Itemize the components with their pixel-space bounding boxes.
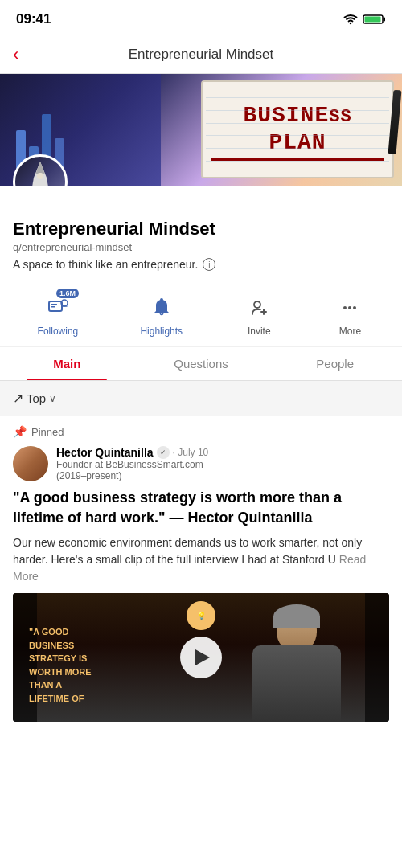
invite-label: Invite <box>248 326 271 337</box>
post-body: Our new economic environment demands us … <box>13 534 389 585</box>
following-icon-container: 1.6M <box>43 293 72 322</box>
description-text: A space to think like an entrepreneur. <box>13 258 198 271</box>
hero-banner: BUSINESSPLAN <box>0 74 402 186</box>
svg-point-13 <box>160 298 163 301</box>
video-thumbnail[interactable]: 💡 "A GOODBUSINESSSTRATEGY ISWORTH MORETH… <box>13 593 389 722</box>
profile-description: A space to think like an entrepreneur. i <box>13 258 389 271</box>
pinned-label: 📌 Pinned <box>0 416 402 443</box>
profile-name: Entrepreneurial Mindset <box>13 219 389 240</box>
more-icon-container <box>335 293 364 322</box>
invite-icon <box>248 297 270 319</box>
follower-count-badge: 1.6M <box>56 289 79 298</box>
pin-icon: 📌 <box>13 425 27 438</box>
play-triangle-icon <box>195 649 210 665</box>
svg-rect-10 <box>51 304 57 305</box>
author-title: Founder at BeBusinessSmart.com <box>56 459 389 470</box>
post-quote: "A good business strategy is worth more … <box>13 488 389 528</box>
back-button[interactable]: ‹ <box>13 41 25 68</box>
page-title: Entrepreneurial Mindset <box>129 47 273 63</box>
notebook-lines <box>203 82 392 177</box>
profile-handle: q/entrepreneurial-mindset <box>13 241 389 253</box>
profile-info: Entrepreneurial Mindset q/entrepreneuria… <box>0 186 402 280</box>
author-title-2: (2019–present) <box>56 470 389 481</box>
tab-questions-label: Questions <box>174 357 228 371</box>
post-body-text: Our new economic environment demands us … <box>13 536 362 566</box>
svg-point-17 <box>343 306 347 309</box>
author-name[interactable]: Hector Quintanilla <box>56 446 154 459</box>
more-button[interactable]: More <box>326 290 374 340</box>
following-icon <box>47 297 69 319</box>
svg-rect-11 <box>51 306 55 308</box>
author-avatar[interactable] <box>13 446 48 481</box>
more-label: More <box>339 326 361 337</box>
video-text-overlay: "A GOODBUSINESSSTRATEGY ISWORTH MORETHAN… <box>29 625 92 705</box>
sort-chevron-icon: ∨ <box>49 393 56 404</box>
highlights-icon-container <box>147 293 176 322</box>
author-info: Hector Quintanilla ✓ · July 10 Founder a… <box>56 446 389 481</box>
status-bar: 09:41 <box>0 0 402 35</box>
video-right-bar <box>365 593 389 722</box>
business-plan-notebook: BUSINESSPLAN <box>201 80 394 178</box>
trending-icon: ↗ <box>13 391 23 406</box>
tabs: Main Questions People <box>0 347 402 381</box>
sort-label: Top <box>27 391 46 405</box>
invite-button[interactable]: Invite <box>235 290 283 340</box>
battery-icon <box>363 14 386 25</box>
play-button[interactable] <box>180 637 222 678</box>
wifi-icon <box>343 14 359 25</box>
svg-rect-2 <box>365 17 381 23</box>
tab-questions[interactable]: Questions <box>134 347 269 380</box>
following-button[interactable]: 1.6M Following <box>28 290 88 340</box>
tab-main[interactable]: Main <box>0 347 134 380</box>
action-buttons: 1.6M Following Highlights Invite <box>0 280 402 347</box>
status-time: 09:41 <box>16 11 51 27</box>
svg-rect-1 <box>384 18 386 22</box>
post-item: Hector Quintanilla ✓ · July 10 Founder a… <box>0 443 402 731</box>
invite-icon-container <box>244 293 273 322</box>
author-avatar-image <box>13 446 48 481</box>
svg-rect-9 <box>49 301 62 311</box>
following-label: Following <box>38 326 79 337</box>
author-name-row: Hector Quintanilla ✓ · July 10 <box>56 446 389 459</box>
info-icon[interactable]: i <box>203 258 215 271</box>
svg-marker-5 <box>35 162 45 174</box>
feed: 📌 Pinned Hector Quintanilla ✓ · July 10 … <box>0 416 402 731</box>
highlights-label: Highlights <box>140 326 183 337</box>
post-author: Hector Quintanilla ✓ · July 10 Founder a… <box>13 446 389 481</box>
tab-people[interactable]: People <box>268 347 402 380</box>
idea-logo: 💡 <box>187 601 215 630</box>
video-person <box>204 593 365 722</box>
more-dots-icon <box>338 297 361 319</box>
status-icons <box>343 14 386 25</box>
post-date: · July 10 <box>173 447 209 458</box>
nav-bar: ‹ Entrepreneurial Mindset <box>0 35 402 74</box>
svg-point-18 <box>348 306 351 309</box>
sort-bar[interactable]: ↗ Top ∨ <box>0 381 402 416</box>
verified-icon: ✓ <box>157 446 170 459</box>
svg-point-6 <box>37 173 43 179</box>
svg-point-19 <box>353 306 356 309</box>
svg-point-14 <box>254 301 260 308</box>
tab-people-label: People <box>316 357 354 371</box>
tab-main-label: Main <box>53 357 80 371</box>
pinned-text: Pinned <box>31 426 64 438</box>
bell-icon <box>150 297 173 319</box>
highlights-button[interactable]: Highlights <box>130 290 192 340</box>
